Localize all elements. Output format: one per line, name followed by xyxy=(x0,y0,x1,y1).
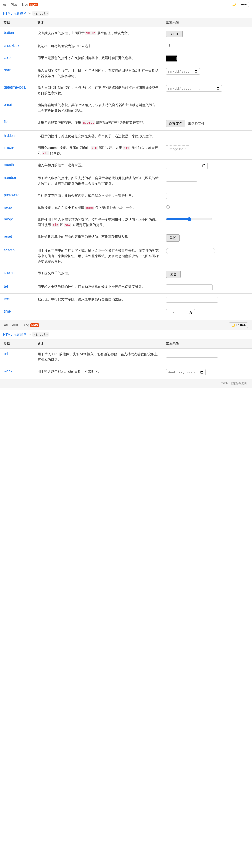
type-cell: week xyxy=(0,366,34,379)
type-link-button[interactable]: button xyxy=(4,31,14,35)
type-link-submit[interactable]: submit xyxy=(4,271,14,275)
demo-email-input[interactable] xyxy=(166,102,218,108)
desc-cell-email: 编辑邮箱地址的字段。类似 text 输入，但在支持的浏览器和带有动态键盘的设备上… xyxy=(34,99,162,117)
demo-text-input[interactable] xyxy=(166,297,218,303)
demo-submit-button[interactable]: 提交 xyxy=(166,271,181,278)
value-link[interactable]: value xyxy=(85,31,96,35)
demo-password-input[interactable] xyxy=(166,193,208,199)
example-cell-text xyxy=(163,293,252,306)
type-link-file[interactable]: file xyxy=(4,120,8,124)
type-cell: datetime-local xyxy=(0,82,34,99)
desc-cell-datetime-local: 输入日期和时间的控件，不包括时区。在支持的浏览器激活时打开日期选择器或年月日的数… xyxy=(34,82,162,99)
type-link-image[interactable]: image xyxy=(4,145,14,149)
table-row: color 用于指定颜色的控件；在支持的浏览器中，激活时会打开取色器。 xyxy=(0,52,252,65)
no-file-text: 未选择文件 xyxy=(188,121,205,125)
example-cell-time xyxy=(163,306,252,320)
type-cell: radio xyxy=(0,202,34,214)
table-row: hidden 不显示的控件，其值仍会提交到服务器。举个例子，右边就是一个隐形的控… xyxy=(0,130,252,142)
desc-cell-date: 输入日期的控件（年、月、日，不包括时间）。在支持的浏览器激活时打开日期选择器或年… xyxy=(34,65,162,82)
desc-cell-tel: 用于输入电话号码的控件。拥有动态键盘的设备上会显示电话数字键盘。 xyxy=(34,281,162,293)
nav-link-es[interactable]: es xyxy=(3,3,7,6)
table-row: submit 用于提交表单的按钮。 提交 xyxy=(0,268,252,281)
demo-search-input[interactable] xyxy=(166,248,215,254)
demo-range-input[interactable] xyxy=(166,217,213,221)
demo-datetime-local-input[interactable] xyxy=(166,85,222,92)
demo-checkbox[interactable] xyxy=(166,43,170,47)
src-link[interactable]: src xyxy=(91,146,98,150)
desc-cell-url: 用于输入 URL 的控件。类似 text 输入，但有验证参数，在支持动态键盘的设… xyxy=(34,348,162,366)
type-link-week[interactable]: week xyxy=(4,369,12,373)
type-link-radio[interactable]: radio xyxy=(4,205,12,210)
type-link-reset[interactable]: reset xyxy=(4,234,12,239)
type-link-month[interactable]: month xyxy=(4,163,14,167)
desc-cell-submit: 用于提交表单的按钮。 xyxy=(34,268,162,281)
csdn-logo: CSDN 你好好鼓励可 xyxy=(220,381,248,385)
min-link[interactable]: min xyxy=(52,223,59,227)
demo-button[interactable]: Button xyxy=(166,31,183,37)
type-link-search[interactable]: search xyxy=(4,248,15,252)
footer-theme-button[interactable]: 🌙 Theme xyxy=(229,322,248,328)
table-row: tel 用于输入电话号码的控件。拥有动态键盘的设备上会显示电话数字键盘。 xyxy=(0,281,252,293)
type-link-range[interactable]: range xyxy=(4,217,13,221)
example-cell-week xyxy=(163,366,252,379)
type-link-date[interactable]: date xyxy=(4,68,11,72)
demo-week-input[interactable] xyxy=(166,369,206,375)
type-link-number[interactable]: number xyxy=(4,176,16,180)
example-cell-search xyxy=(163,245,252,267)
type-link-text[interactable]: text xyxy=(4,297,10,301)
example-cell-checkbox xyxy=(163,40,252,52)
demo-file-button[interactable]: 选择文件 xyxy=(166,120,185,127)
type-link-color[interactable]: color xyxy=(4,55,12,60)
table-row: reset 此按钮将表单中的所有内容重置为默认值。不推荐使用该类型。 重置 xyxy=(0,231,252,245)
theme-label: Theme xyxy=(237,3,247,6)
breadcrumb-separator: > xyxy=(29,11,31,15)
demo-date-input[interactable] xyxy=(166,68,200,74)
type-link-tel[interactable]: tel xyxy=(4,284,8,288)
breadcrumb-parent[interactable]: HTML 元素参考 xyxy=(3,11,27,15)
type-cell: color xyxy=(0,52,34,65)
table-row: datetime-local 输入日期和时间的控件，不包括时区。在支持的浏览器激… xyxy=(0,82,252,99)
breadcrumb-footer-parent[interactable]: HTML 元素参考 xyxy=(3,333,27,336)
breadcrumb-footer-current: <input> xyxy=(32,332,49,337)
demo-url-input[interactable] xyxy=(166,352,218,358)
nav-link-blog[interactable]: Blog xyxy=(22,3,28,6)
example-cell-range xyxy=(163,214,252,231)
type-link-email[interactable]: email xyxy=(4,102,12,107)
type-link-time[interactable]: time xyxy=(4,309,11,313)
desc-cell-time xyxy=(34,306,162,320)
page-wrapper: es Plus Blog NEW 🌙 Theme HTML 元素参考 > <in… xyxy=(0,0,252,868)
footer-link-blog[interactable]: Blog xyxy=(23,323,29,327)
name-link[interactable]: name xyxy=(85,206,95,210)
demo-time-input[interactable] xyxy=(166,309,195,316)
demo-color-input[interactable] xyxy=(166,55,178,62)
type-link-datetime-local[interactable]: datetime-local xyxy=(4,85,26,89)
table-row: date 输入日期的控件（年、月、日，不包括时间）。在支持的浏览器激活时打开日期… xyxy=(0,65,252,82)
desc-cell-reset: 此按钮将表单中的所有内容重置为默认值。不推荐使用该类型。 xyxy=(34,231,162,245)
type-link-url[interactable]: url xyxy=(4,352,8,356)
csdn-footer: CSDN 你好好鼓励可 xyxy=(0,379,252,388)
theme-button[interactable]: 🌙 Theme xyxy=(230,2,249,7)
type-link-password[interactable]: password xyxy=(4,193,20,197)
demo-reset-button[interactable]: 重置 xyxy=(166,234,180,242)
example-cell-tel xyxy=(163,281,252,293)
demo-radio-input[interactable] xyxy=(166,205,170,209)
footer-link-es[interactable]: es xyxy=(4,323,8,327)
footer-link-plus[interactable]: Plus xyxy=(12,323,19,327)
type-cell: search xyxy=(0,245,34,267)
demo-month-input[interactable] xyxy=(166,163,208,169)
desc-cell-number: 用于输入数字的控件。如果支持的话，会显示滚动按钮并提供缺省验证（即只能输入数字）… xyxy=(34,172,162,190)
breadcrumb-footer: HTML 元素参考 > <input> xyxy=(0,330,252,339)
type-link-hidden[interactable]: hidden xyxy=(4,134,15,138)
type-cell: reset xyxy=(0,231,34,245)
desc-cell-month: 输入年和月的控件，没有时区。 xyxy=(34,159,162,172)
alt-link[interactable]: alt xyxy=(42,151,49,155)
nav-blog: Blog NEW xyxy=(22,3,38,6)
nav-link-plus[interactable]: Plus xyxy=(11,3,17,6)
max-link[interactable]: max xyxy=(64,223,71,227)
demo-tel-input[interactable] xyxy=(166,284,213,290)
demo-number-input[interactable] xyxy=(166,176,197,182)
breadcrumb-current: <input> xyxy=(32,11,49,16)
accept-link[interactable]: accept xyxy=(82,120,95,124)
type-link-checkbox[interactable]: checkbox xyxy=(4,43,19,48)
table-row: text 默认值。单行的文本字段，输入值中的换行会被自动去除。 xyxy=(0,293,252,306)
